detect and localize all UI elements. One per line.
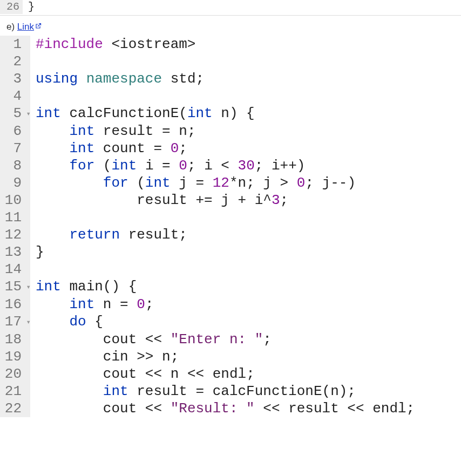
line-number: 17 ▾ xyxy=(0,313,30,331)
line-number: 11 xyxy=(0,209,30,226)
code-line: 8 for (int i = 0; i < 30; i++) xyxy=(0,157,461,174)
code-line: 15 ▾int main() { xyxy=(0,278,461,296)
fold-caret-icon[interactable]: ▾ xyxy=(22,278,27,296)
external-link-icon xyxy=(35,21,42,32)
line-number: 7 xyxy=(0,140,30,157)
line-number: 22 xyxy=(0,400,30,417)
code-content: int count = 0; xyxy=(30,140,461,157)
code-content: int n = 0; xyxy=(30,296,461,313)
prev-code-block: 26} xyxy=(0,0,461,16)
code-block: 1#include <iostream>23using namespace st… xyxy=(0,36,461,417)
code-content: #include <iostream> xyxy=(30,36,461,53)
line-number: 2 xyxy=(0,53,30,70)
code-line: 7 int count = 0; xyxy=(0,140,461,157)
code-content: } xyxy=(30,243,461,261)
line-number: 3 xyxy=(0,70,30,87)
line-number: 12 xyxy=(0,226,30,243)
line-number: 13 xyxy=(0,243,30,261)
section-link[interactable]: Link xyxy=(17,22,34,32)
line-number: 16 xyxy=(0,296,30,313)
code-line: 21 int result = calcFunctionE(n); xyxy=(0,383,461,400)
code-content: do { xyxy=(30,313,461,331)
code-line: 4 xyxy=(0,87,461,105)
line-number: 10 xyxy=(0,192,30,209)
line-number: 14 xyxy=(0,261,30,278)
code-line: 14 xyxy=(0,261,461,278)
code-content: cout << "Enter n: "; xyxy=(30,331,461,348)
code-content xyxy=(30,87,461,105)
line-number: 5 ▾ xyxy=(0,105,30,123)
code-content: result += j + i^3; xyxy=(30,192,461,209)
fold-caret-icon[interactable]: ▾ xyxy=(22,105,27,123)
code-line: 11 xyxy=(0,209,461,226)
code-content xyxy=(30,53,461,70)
code-content: int result = n; xyxy=(30,123,461,140)
code-line: 18 cout << "Enter n: "; xyxy=(0,331,461,348)
code-content xyxy=(30,209,461,226)
line-number: 4 xyxy=(0,87,30,105)
code-line: 10 result += j + i^3; xyxy=(0,192,461,209)
line-number: 15 ▾ xyxy=(0,278,30,296)
code-line: 9 for (int j = 12*n; j > 0; j--) xyxy=(0,174,461,192)
code-line: 17 ▾ do { xyxy=(0,313,461,331)
code-line: 26} xyxy=(0,0,461,14)
code-line: 6 int result = n; xyxy=(0,123,461,140)
fold-caret-icon[interactable]: ▾ xyxy=(22,314,27,331)
line-number: 8 xyxy=(0,157,30,174)
line-number: 26 xyxy=(0,0,23,14)
line-number: 1 xyxy=(0,36,30,53)
line-number: 20 xyxy=(0,365,30,383)
code-line: 22 cout << "Result: " << result << endl; xyxy=(0,400,461,417)
line-number: 21 xyxy=(0,383,30,400)
line-number: 19 xyxy=(0,348,30,365)
code-line: 19 cin >> n; xyxy=(0,348,461,365)
code-content: int calcFunctionE(int n) { xyxy=(30,105,461,123)
code-line: 1#include <iostream> xyxy=(0,36,461,53)
code-content: return result; xyxy=(30,226,461,243)
code-line: 16 int n = 0; xyxy=(0,296,461,313)
code-content: cin >> n; xyxy=(30,348,461,365)
code-line: 3using namespace std; xyxy=(0,70,461,87)
line-number: 6 xyxy=(0,123,30,140)
code-content: for (int j = 12*n; j > 0; j--) xyxy=(30,174,461,192)
code-content: } xyxy=(23,0,461,14)
code-line: 12 return result; xyxy=(0,226,461,243)
code-line: 5 ▾int calcFunctionE(int n) { xyxy=(0,105,461,123)
code-content: int result = calcFunctionE(n); xyxy=(30,383,461,400)
code-line: 13} xyxy=(0,243,461,261)
code-content: for (int i = 0; i < 30; i++) xyxy=(30,157,461,174)
section-label: e) Link xyxy=(0,16,461,35)
code-content xyxy=(30,261,461,278)
code-content: int main() { xyxy=(30,278,461,296)
code-content: cout << n << endl; xyxy=(30,365,461,383)
line-number: 18 xyxy=(0,331,30,348)
code-line: 2 xyxy=(0,53,461,70)
section-prefix: e) xyxy=(6,22,17,32)
line-number: 9 xyxy=(0,174,30,192)
code-content: cout << "Result: " << result << endl; xyxy=(30,400,461,417)
code-content: using namespace std; xyxy=(30,70,461,87)
code-line: 20 cout << n << endl; xyxy=(0,365,461,383)
